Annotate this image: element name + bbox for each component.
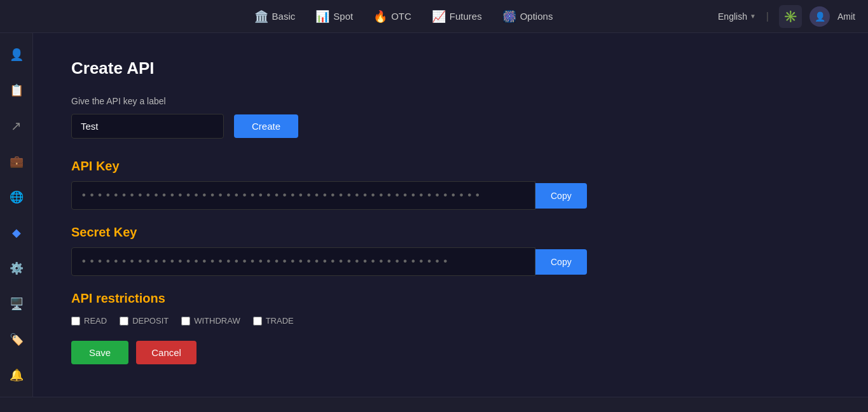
theme-button[interactable]: ✳️ — [779, 5, 802, 28]
nav-options[interactable]: 🎆 Options — [502, 10, 553, 24]
monitor-icon: 🖥️ — [10, 297, 24, 311]
transfer-icon: ↗ — [11, 118, 22, 134]
futures-icon: 📈 — [432, 10, 446, 24]
nav-spot[interactable]: 📊 Spot — [315, 10, 353, 24]
page-title: Create API — [71, 58, 830, 78]
api-key-row: ••••••••••••••••••••••••••••••••••••••••… — [71, 181, 830, 210]
create-button[interactable]: Create — [234, 114, 298, 138]
nav-futures-label: Futures — [450, 11, 482, 22]
nav-basic-label: Basic — [272, 11, 296, 22]
nav-otc-label: OTC — [391, 11, 411, 22]
tag-icon: 🏷️ — [10, 333, 24, 347]
sidebar-item-transfer[interactable]: ↗ — [5, 114, 28, 137]
content: Create API Give the API key a label Crea… — [33, 33, 868, 397]
nav-spot-label: Spot — [333, 11, 353, 22]
language-selector[interactable]: English ▼ — [718, 11, 756, 22]
checkbox-trade-label: TRADE — [266, 316, 294, 326]
checkbox-deposit-input[interactable] — [120, 317, 128, 326]
api-icon: ◆ — [12, 226, 21, 240]
main-layout: 👤 📋 ↗ 💼 🌐 ◆ ⚙️ 🖥️ 🏷️ 🔔 Create — [0, 33, 868, 397]
checkbox-deposit-label: DEPOSIT — [132, 316, 169, 326]
sidebar-item-monitor[interactable]: 🖥️ — [5, 292, 28, 315]
api-key-copy-button[interactable]: Copy — [535, 183, 587, 209]
language-label: English — [718, 11, 747, 22]
spot-icon: 📊 — [315, 10, 329, 24]
secret-key-copy-button[interactable]: Copy — [535, 249, 587, 275]
otc-icon: 🔥 — [373, 10, 387, 24]
checkbox-read-label: READ — [84, 316, 107, 326]
restrictions-title: API restrictions — [71, 291, 830, 306]
wallet-icon: 💼 — [10, 154, 24, 168]
sidebar-item-alert[interactable]: 🔔 — [5, 364, 28, 387]
sidebar-item-orders[interactable]: 📋 — [5, 79, 28, 102]
nav-options-label: Options — [520, 11, 553, 22]
api-label-instruction: Give the API key a label — [71, 96, 830, 106]
sidebar-item-globe[interactable]: 🌐 — [5, 186, 28, 209]
secret-key-field: ••••••••••••••••••••••••••••••••••••••••… — [71, 247, 535, 276]
checkbox-trade-input[interactable] — [253, 317, 262, 326]
actions-row: Save Cancel — [71, 341, 830, 364]
orders-icon: 📋 — [10, 83, 24, 97]
nav-links: 🏛️ Basic 📊 Spot 🔥 OTC 📈 Futures 🎆 Option… — [89, 10, 718, 24]
nav-basic[interactable]: 🏛️ Basic — [254, 10, 296, 24]
sidebar-item-settings[interactable]: ⚙️ — [5, 257, 28, 280]
checkbox-read[interactable]: READ — [71, 316, 107, 326]
api-key-title: API Key — [71, 159, 830, 174]
sidebar: 👤 📋 ↗ 💼 🌐 ◆ ⚙️ 🖥️ 🏷️ 🔔 — [0, 33, 33, 397]
options-icon: 🎆 — [502, 10, 516, 24]
sidebar-item-wallet[interactable]: 💼 — [5, 150, 28, 173]
api-key-field: ••••••••••••••••••••••••••••••••••••••••… — [71, 181, 535, 210]
top-nav: 🏛️ Basic 📊 Spot 🔥 OTC 📈 Futures 🎆 Option… — [0, 0, 868, 33]
nav-futures[interactable]: 📈 Futures — [432, 10, 482, 24]
nav-right: English ▼ | ✳️ 👤 Amit — [718, 5, 855, 28]
bottom-bar — [0, 397, 868, 412]
api-key-section: API Key ••••••••••••••••••••••••••••••••… — [71, 159, 830, 210]
api-restrictions-section: API restrictions READ DEPOSIT WITHDRAW T… — [71, 291, 830, 364]
sidebar-item-user[interactable]: 👤 — [5, 43, 28, 66]
basic-icon: 🏛️ — [254, 10, 268, 24]
user-icon: 👤 — [10, 48, 24, 62]
nav-otc[interactable]: 🔥 OTC — [373, 10, 411, 24]
theme-icon: ✳️ — [783, 10, 797, 24]
checkbox-withdraw-label: WITHDRAW — [194, 316, 240, 326]
globe-icon: 🌐 — [10, 190, 24, 204]
checkbox-read-input[interactable] — [71, 317, 80, 326]
secret-key-section: Secret Key •••••••••••••••••••••••••••••… — [71, 225, 830, 276]
settings-icon: ⚙️ — [10, 261, 24, 275]
nav-separator: | — [766, 11, 769, 22]
api-key-value: ••••••••••••••••••••••••••••••••••••••••… — [81, 189, 483, 202]
sidebar-item-tag[interactable]: 🏷️ — [5, 328, 28, 351]
chevron-down-icon: ▼ — [750, 13, 756, 20]
user-name[interactable]: Amit — [837, 11, 855, 22]
checkboxes-row: READ DEPOSIT WITHDRAW TRADE — [71, 316, 830, 326]
checkbox-withdraw-input[interactable] — [181, 317, 190, 326]
secret-key-value: ••••••••••••••••••••••••••••••••••••••••… — [81, 256, 450, 268]
secret-key-title: Secret Key — [71, 225, 830, 240]
alert-icon: 🔔 — [10, 368, 24, 382]
checkbox-withdraw[interactable]: WITHDRAW — [181, 316, 240, 326]
checkbox-trade[interactable]: TRADE — [253, 316, 294, 326]
avatar[interactable]: 👤 — [809, 6, 830, 27]
api-label-input[interactable] — [71, 114, 224, 139]
cancel-button[interactable]: Cancel — [136, 341, 196, 364]
create-api-row: Create — [71, 114, 830, 139]
secret-key-row: ••••••••••••••••••••••••••••••••••••••••… — [71, 247, 830, 276]
checkbox-deposit[interactable]: DEPOSIT — [120, 316, 169, 326]
avatar-icon: 👤 — [815, 11, 825, 22]
sidebar-item-api[interactable]: ◆ — [5, 221, 28, 244]
save-button[interactable]: Save — [71, 341, 128, 364]
